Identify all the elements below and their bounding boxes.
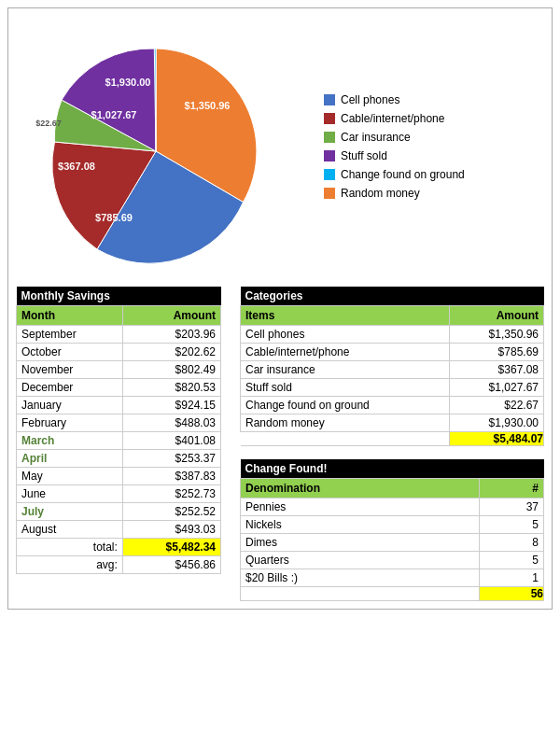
chart-label-cable: $785.69 (95, 212, 133, 223)
change-row: Pennies37 (241, 498, 544, 516)
amount-cell: $493.03 (122, 521, 220, 539)
month-cell: October (17, 344, 123, 361)
legend-item-random: Random money (324, 187, 465, 200)
chart-label-random: $1,930.00 (105, 77, 151, 88)
month-cell: June (17, 485, 123, 503)
legend-swatch-random (324, 188, 335, 199)
change-total-value: 56 (480, 587, 544, 601)
change-row: $20 Bills :)1 (241, 569, 544, 587)
amount-col-header: Amount (122, 306, 220, 326)
amount-cell: $401.08 (122, 432, 220, 450)
month-col-header: Month (17, 306, 123, 326)
month-cell: December (17, 379, 123, 397)
chart-label-stuff: $1,027.67 (91, 109, 137, 120)
category-amount: $1,350.96 (450, 326, 544, 344)
category-amount: $367.08 (450, 361, 544, 379)
number-cell: 37 (480, 498, 544, 516)
number-cell: 5 (480, 516, 544, 534)
category-item: Random money (241, 414, 450, 432)
category-amount: $1,027.67 (450, 379, 544, 397)
denomination-cell: Dimes (241, 534, 480, 552)
monthly-savings-row: February$488.03 (17, 414, 221, 432)
number-col-header: # (480, 479, 544, 498)
amount-cell: $252.73 (122, 485, 220, 503)
monthly-savings-section: Monthly Savings Month Amount September$2… (16, 287, 221, 574)
amount-cell: $203.96 (122, 326, 220, 344)
category-item: Car insurance (241, 361, 450, 379)
amount-cell: $820.53 (122, 379, 220, 397)
chart-label-change: $22.67 (35, 119, 62, 128)
monthly-savings-row: October$202.62 (17, 344, 221, 361)
change-row: Quarters5 (241, 552, 544, 569)
change-found-table: Change Found! Denomination # Pennies37Ni… (240, 459, 544, 601)
categories-title: Categories (241, 287, 544, 306)
pie-chart: $1,350.96 $785.69 $367.08 $1,027.67 $22.… (16, 25, 305, 268)
denomination-cell: Pennies (241, 498, 480, 516)
category-amount: $22.67 (450, 397, 544, 414)
category-amount: $785.69 (450, 344, 544, 361)
amount-cell: $488.03 (122, 414, 220, 432)
legend-label-cellphones: Cell phones (341, 93, 399, 106)
month-cell: January (17, 397, 123, 414)
legend-item-cellphones: Cell phones (324, 93, 465, 106)
amount-cell: $253.37 (122, 450, 220, 468)
change-total-empty (241, 587, 480, 601)
categories-total-row: $5,484.07 (241, 432, 544, 446)
month-cell: August (17, 521, 123, 539)
amount-cell: $802.49 (122, 361, 220, 379)
month-cell: April (17, 450, 123, 468)
amount-cell: $924.15 (122, 397, 220, 414)
legend-swatch-cable (324, 113, 335, 124)
amount-col-header-cat: Amount (450, 306, 544, 326)
legend-item-car: Car insurance (324, 131, 465, 144)
category-row: Car insurance$367.08 (241, 361, 544, 379)
category-amount: $1,930.00 (450, 414, 544, 432)
category-row: Change found on ground$22.67 (241, 397, 544, 414)
total-label: total: (17, 539, 123, 556)
monthly-savings-row: March$401.08 (17, 432, 221, 450)
denomination-cell: Nickels (241, 516, 480, 534)
monthly-savings-row: December$820.53 (17, 379, 221, 397)
number-cell: 1 (480, 569, 544, 587)
total-value: $5,482.34 (122, 539, 220, 556)
denomination-col-header: Denomination (241, 479, 480, 498)
legend-item-cable: Cable/internet/phone (324, 112, 465, 125)
legend-item-stuff: Stuff sold (324, 149, 465, 162)
monthly-savings-table: Monthly Savings Month Amount September$2… (16, 287, 221, 574)
legend-item-change: Change found on ground (324, 168, 465, 181)
amount-cell: $387.83 (122, 468, 220, 485)
month-cell: September (17, 326, 123, 344)
chart-legend: Cell phones Cable/internet/phone Car ins… (305, 93, 465, 200)
categories-total-value: $5,484.07 (450, 432, 544, 446)
category-row: Stuff sold$1,027.67 (241, 379, 544, 397)
change-row: Nickels5 (241, 516, 544, 534)
category-item: Change found on ground (241, 397, 450, 414)
legend-label-random: Random money (341, 187, 420, 200)
denomination-cell: Quarters (241, 552, 480, 569)
number-cell: 5 (480, 552, 544, 569)
legend-swatch-stuff (324, 150, 335, 161)
amount-cell: $202.62 (122, 344, 220, 361)
legend-label-stuff: Stuff sold (341, 149, 387, 162)
category-row: Cable/internet/phone$785.69 (241, 344, 544, 361)
category-item: Stuff sold (241, 379, 450, 397)
change-found-title: Change Found! (241, 459, 544, 479)
legend-label-car: Car insurance (341, 131, 411, 144)
change-row: Dimes8 (241, 534, 544, 552)
monthly-savings-row: November$802.49 (17, 361, 221, 379)
monthly-savings-avg-row: avg:$456.86 (17, 556, 221, 574)
legend-label-cable: Cable/internet/phone (341, 112, 444, 125)
change-total-row: 56 (241, 587, 544, 601)
category-row: Cell phones$1,350.96 (241, 326, 544, 344)
number-cell: 8 (480, 534, 544, 552)
monthly-savings-row: June$252.73 (17, 485, 221, 503)
avg-label: avg: (17, 556, 123, 574)
month-cell: February (17, 414, 123, 432)
items-col-header: Items (241, 306, 450, 326)
monthly-savings-row: September$203.96 (17, 326, 221, 344)
categories-total-empty (241, 432, 450, 446)
monthly-savings-row: August$493.03 (17, 521, 221, 539)
right-tables: Categories Items Amount Cell phones$1,35… (240, 287, 544, 601)
legend-swatch-cellphones (324, 94, 335, 105)
chart-area: $1,350.96 $785.69 $367.08 $1,027.67 $22.… (16, 16, 544, 277)
